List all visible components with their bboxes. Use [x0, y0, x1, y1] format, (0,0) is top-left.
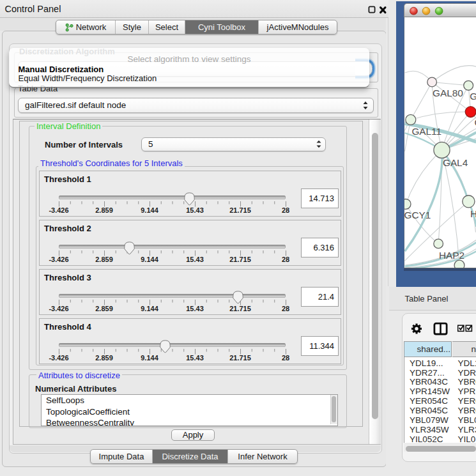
svg-text:GAL11: GAL11 [411, 126, 441, 137]
svg-text:H: H [470, 208, 476, 219]
svg-text:HAP2: HAP2 [439, 250, 464, 261]
svg-text:GA: GA [470, 91, 476, 102]
svg-text:GCY1: GCY1 [404, 210, 431, 220]
svg-text:GAL80: GAL80 [433, 88, 463, 98]
svg-text:GAL4: GAL4 [443, 157, 468, 168]
